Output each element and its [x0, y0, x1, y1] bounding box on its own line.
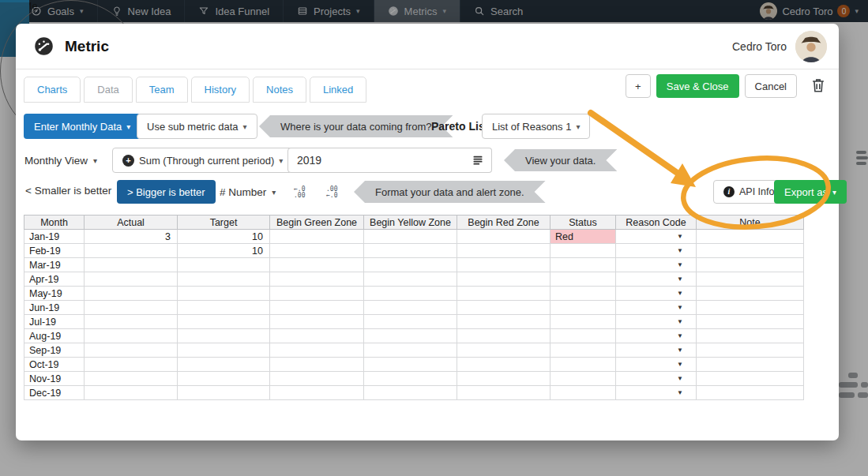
reason-code-dropdown[interactable] [616, 272, 697, 287]
target-cell[interactable] [178, 258, 270, 272]
red-zone-cell[interactable] [457, 343, 550, 358]
reason-code-dropdown[interactable] [616, 315, 697, 329]
green-zone-cell[interactable] [270, 258, 364, 272]
green-zone-cell[interactable] [270, 329, 364, 343]
green-zone-cell[interactable] [270, 230, 364, 244]
yellow-zone-cell[interactable] [364, 272, 457, 287]
red-zone-cell[interactable] [457, 315, 550, 329]
green-zone-cell[interactable] [270, 315, 364, 329]
red-zone-cell[interactable] [457, 287, 550, 301]
red-zone-cell[interactable] [457, 358, 550, 372]
yellow-zone-cell[interactable] [364, 386, 457, 400]
red-zone-cell[interactable] [457, 244, 550, 258]
yellow-zone-cell[interactable] [364, 230, 457, 244]
calendar-picker-button[interactable] [464, 148, 492, 173]
green-zone-cell[interactable] [270, 244, 364, 258]
tab-data[interactable]: Data [84, 77, 132, 103]
reason-code-dropdown[interactable] [616, 301, 697, 315]
red-zone-cell[interactable] [457, 386, 550, 400]
use-sub-metric-button[interactable]: Use sub metric data ▾ [137, 114, 257, 139]
green-zone-cell[interactable] [270, 272, 364, 287]
reason-code-dropdown[interactable] [616, 329, 697, 343]
cancel-button[interactable]: Cancel [745, 74, 797, 98]
target-cell[interactable] [178, 329, 270, 343]
increase-decimal-icon[interactable]: ←.0 .00 [294, 186, 305, 199]
note-cell[interactable] [697, 244, 804, 258]
yellow-zone-cell[interactable] [364, 372, 457, 386]
red-zone-cell[interactable] [457, 258, 550, 272]
yellow-zone-cell[interactable] [364, 315, 457, 329]
decrease-decimal-icon[interactable]: .00 ←.0 [326, 186, 337, 199]
target-cell[interactable] [178, 372, 270, 386]
tab-notes[interactable]: Notes [253, 77, 306, 103]
green-zone-cell[interactable] [270, 301, 364, 315]
green-zone-cell[interactable] [270, 343, 364, 358]
note-cell[interactable] [697, 315, 804, 329]
green-zone-cell[interactable] [270, 287, 364, 301]
note-cell[interactable] [697, 386, 804, 400]
yellow-zone-cell[interactable] [364, 343, 457, 358]
yellow-zone-cell[interactable] [364, 301, 457, 315]
green-zone-cell[interactable] [270, 386, 364, 400]
delete-metric-button[interactable] [808, 76, 829, 97]
target-cell[interactable] [178, 272, 270, 287]
red-zone-cell[interactable] [457, 329, 550, 343]
note-cell[interactable] [697, 287, 804, 301]
pareto-list-dropdown[interactable]: List of Reasons 1 ▾ [482, 114, 590, 139]
aggregation-dropdown[interactable]: + Sum (Through current period) ▾ [112, 148, 293, 173]
actual-cell[interactable]: 3 [85, 230, 178, 244]
reason-code-dropdown[interactable] [616, 258, 697, 272]
target-cell[interactable]: 10 [178, 244, 270, 258]
export-as-button[interactable]: Export as ▾ [774, 180, 847, 204]
actual-cell[interactable] [85, 343, 178, 358]
add-button[interactable]: + [626, 74, 651, 98]
save-close-button[interactable]: Save & Close [656, 74, 739, 98]
yellow-zone-cell[interactable] [364, 358, 457, 372]
note-cell[interactable] [697, 372, 804, 386]
tab-team[interactable]: Team [136, 77, 188, 103]
note-cell[interactable] [697, 258, 804, 272]
smaller-is-better-option[interactable]: < Smaller is better [25, 185, 111, 197]
target-cell[interactable] [178, 358, 270, 372]
view-mode-dropdown[interactable]: Monthly View ▾ [24, 148, 97, 173]
actual-cell[interactable] [85, 329, 178, 343]
actual-cell[interactable] [85, 287, 178, 301]
reason-code-dropdown[interactable] [616, 230, 697, 244]
actual-cell[interactable] [85, 315, 178, 329]
target-cell[interactable] [178, 287, 270, 301]
yellow-zone-cell[interactable] [364, 287, 457, 301]
note-cell[interactable] [697, 272, 804, 287]
target-cell[interactable] [178, 343, 270, 358]
actual-cell[interactable] [85, 258, 178, 272]
red-zone-cell[interactable] [457, 230, 550, 244]
tab-charts[interactable]: Charts [24, 77, 81, 103]
target-cell[interactable]: 10 [178, 230, 270, 244]
actual-cell[interactable] [85, 301, 178, 315]
yellow-zone-cell[interactable] [364, 258, 457, 272]
tab-linked[interactable]: Linked [310, 77, 366, 103]
actual-cell[interactable] [85, 244, 178, 258]
note-cell[interactable] [697, 343, 804, 358]
note-cell[interactable] [697, 230, 804, 244]
tab-history[interactable]: History [191, 77, 250, 103]
actual-cell[interactable] [85, 386, 178, 400]
yellow-zone-cell[interactable] [364, 244, 457, 258]
year-input[interactable] [287, 148, 468, 173]
reason-code-dropdown[interactable] [616, 244, 697, 258]
enter-monthly-data-button[interactable]: Enter Monthly Data ▾ [24, 114, 141, 139]
number-format-dropdown[interactable]: # Number ▾ [220, 180, 276, 204]
reason-code-dropdown[interactable] [616, 287, 697, 301]
target-cell[interactable] [178, 386, 270, 400]
red-zone-cell[interactable] [457, 372, 550, 386]
red-zone-cell[interactable] [457, 301, 550, 315]
yellow-zone-cell[interactable] [364, 329, 457, 343]
actual-cell[interactable] [85, 358, 178, 372]
note-cell[interactable] [697, 301, 804, 315]
bigger-is-better-option[interactable]: > Bigger is better [117, 180, 216, 204]
reason-code-dropdown[interactable] [616, 343, 697, 358]
actual-cell[interactable] [85, 372, 178, 386]
note-cell[interactable] [697, 358, 804, 372]
green-zone-cell[interactable] [270, 372, 364, 386]
target-cell[interactable] [178, 315, 270, 329]
reason-code-dropdown[interactable] [616, 358, 697, 372]
